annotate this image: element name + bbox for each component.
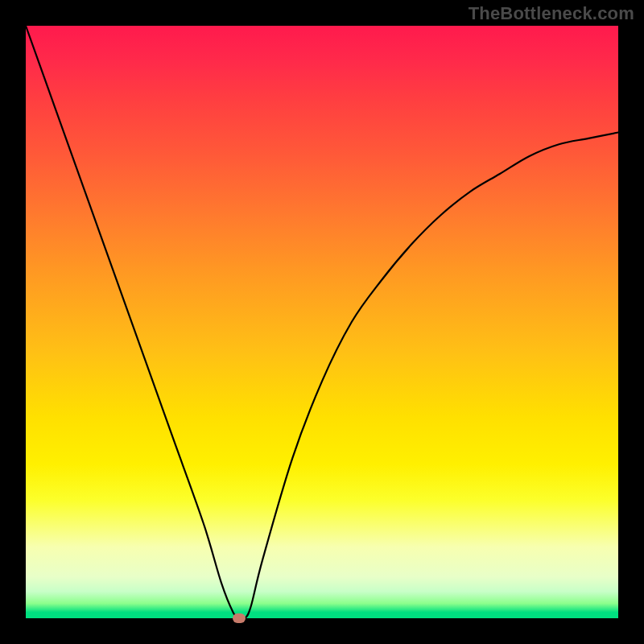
optimal-point-marker — [233, 613, 246, 623]
bottleneck-curve — [26, 26, 618, 618]
watermark-text: TheBottleneck.com — [469, 3, 634, 24]
chart-frame: TheBottleneck.com — [0, 0, 644, 644]
plot-area — [26, 26, 618, 618]
